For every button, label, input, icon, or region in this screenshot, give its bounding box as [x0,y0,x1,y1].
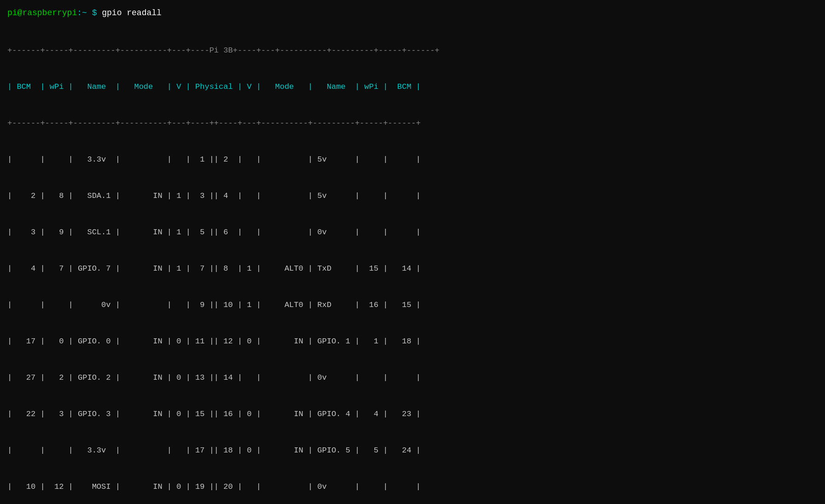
table-row: | 10 | 12 | MOSI | IN | 0 | 19 || 20 | |… [7,481,818,493]
table-row: | 3 | 9 | SCL.1 | IN | 1 | 5 || 6 | | | … [7,226,818,238]
table-row: | 22 | 3 | GPIO. 3 | IN | 0 | 15 || 16 |… [7,408,818,420]
table-row: | 17 | 0 | GPIO. 0 | IN | 0 | 11 || 12 |… [7,336,818,348]
table-row: | | | 3.3v | | | 17 || 18 | 0 | IN | GPI… [7,445,818,457]
table-row: | 27 | 2 | GPIO. 2 | IN | 0 | 13 || 14 |… [7,372,818,384]
header-row: | BCM | wPi | Name | Mode | V | Physical… [7,81,818,93]
table-row: | 4 | 7 | GPIO. 7 | IN | 1 | 7 || 8 | 1 … [7,263,818,275]
header-separator: +------+-----+---------+----------+---+-… [7,117,818,129]
command-prompt: pi@raspberrypi:~ $ gpio readall [7,8,818,17]
table-row: | | | 0v | | | 9 || 10 | 1 | ALT0 | RxD … [7,299,818,311]
table-row: | 2 | 8 | SDA.1 | IN | 1 | 3 || 4 | | | … [7,190,818,202]
prompt-dollar: $ [92,8,97,17]
gpio-table: +------+-----+---------+----------+---+-… [7,20,818,504]
top-separator: +------+-----+---------+----------+---+-… [7,45,818,57]
table-row: | | | 3.3v | | | 1 || 2 | | | 5v | | | [7,154,818,166]
terminal-window: pi@raspberrypi:~ $ gpio readall +------+… [0,5,825,504]
prompt-separator: :~ [77,8,92,17]
prompt-command: gpio readall [97,8,161,17]
prompt-user: pi@raspberrypi [7,8,77,17]
